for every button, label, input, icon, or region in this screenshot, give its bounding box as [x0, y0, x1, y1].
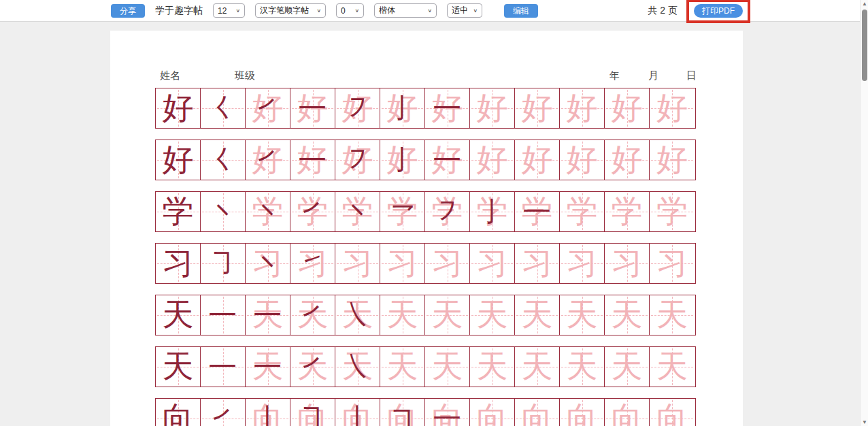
- trace-character: 习: [560, 244, 604, 283]
- scroll-down-icon[interactable]: ▼: [861, 419, 868, 425]
- grid-cell: 天㇏: [335, 295, 380, 335]
- trace-character: 天: [605, 347, 649, 387]
- grid-cell: 天㇐: [246, 347, 290, 387]
- grid-cell: 天㇏: [335, 347, 380, 387]
- grid-cell: 好: [560, 88, 605, 128]
- grid-cell: 天: [515, 347, 560, 387]
- current-stroke: ㇇: [425, 192, 469, 231]
- grid-cell: 天: [470, 347, 515, 387]
- trace-character: 好: [560, 88, 604, 128]
- grid-cell: ㇐: [201, 295, 246, 335]
- trace-character: 天: [650, 295, 695, 335]
- current-stroke: ㇒: [246, 88, 290, 128]
- current-stroke: ㇒: [201, 399, 245, 426]
- grid-cell: 天: [470, 295, 515, 335]
- chevron-down-icon: ∨: [427, 8, 432, 14]
- trace-character: 习: [425, 244, 469, 283]
- vertical-scrollbar[interactable]: ▲ ▼: [860, 0, 868, 426]
- grid-row: 天㇐天㇐天㇒天㇏天天天天天天天: [155, 346, 696, 387]
- grid-cell: 学㇒: [290, 192, 335, 231]
- print-pdf-button[interactable]: 打印PDF: [694, 4, 743, 18]
- toolbar-right-group: 共 2 页 打印PDF: [648, 4, 743, 18]
- grid-cell: ㇔: [201, 192, 246, 231]
- grid-cell: 向: [470, 399, 515, 426]
- grid-cell: ㇛: [201, 140, 246, 180]
- current-stroke: ㇚: [470, 192, 514, 231]
- current-stroke: ㇒: [290, 192, 335, 231]
- share-button[interactable]: 分享: [111, 4, 145, 18]
- worksheet-page: 姓名 班级 年 月 日 好㇛好㇒好㇐好㇇好㇚好㇐好好好好好好㇛好㇒好㇐好㇇好㇚好…: [110, 31, 743, 426]
- grid-cell: 好㇚: [380, 88, 425, 128]
- trace-character: 习: [470, 244, 514, 283]
- trace-character: 天: [515, 295, 559, 335]
- grid-cell: 学: [650, 192, 695, 231]
- current-stroke: ㇒: [290, 347, 335, 387]
- current-stroke: ㇀: [290, 244, 335, 283]
- grid-cell: ㇆: [201, 244, 246, 283]
- grid-cell: 好㇚: [380, 140, 425, 180]
- grid-cell: 习: [425, 244, 470, 283]
- font-select[interactable]: 楷体 ∨: [374, 3, 437, 18]
- grid-cell: 天: [515, 295, 560, 335]
- grid-cell: 天: [425, 347, 470, 387]
- grid-cell: 好: [156, 140, 201, 180]
- trace-character: 习: [380, 244, 424, 283]
- grid-cell: 习: [156, 244, 201, 283]
- template-select[interactable]: 汉字笔顺字帖 ∨: [255, 3, 326, 18]
- trace-character: 习: [335, 244, 380, 283]
- grid-cell: 学㇔: [246, 192, 290, 231]
- trace-character: 天: [425, 295, 469, 335]
- grid-cell: 向㇑: [246, 399, 290, 426]
- edit-button[interactable]: 编辑: [504, 4, 538, 18]
- current-stroke: ㇆: [201, 244, 245, 283]
- grid-cell: 天: [380, 295, 425, 335]
- grid-cell: 习: [515, 244, 560, 283]
- grid-cell: 学㇖: [380, 192, 425, 231]
- model-character: 好: [156, 88, 200, 128]
- page-count-label: 共 2 页: [648, 5, 678, 17]
- trace-character: 学: [560, 192, 604, 231]
- month-label: 月: [648, 69, 658, 82]
- font-size-select[interactable]: 12 ∨: [213, 3, 245, 18]
- trace-character: 天: [470, 347, 514, 387]
- trace-character: 向: [650, 399, 695, 426]
- density-select[interactable]: 适中 ∨: [447, 3, 482, 18]
- grid-cell: 好㇐: [425, 140, 470, 180]
- grid-cell: 学㇚: [470, 192, 515, 231]
- grid-cell: 天: [425, 295, 470, 335]
- grid-cell: ㇒: [201, 399, 246, 426]
- trace-character: 好: [470, 88, 514, 128]
- template-value: 汉字笔顺字帖: [260, 5, 309, 16]
- current-stroke: ㇆: [290, 399, 335, 426]
- current-stroke: ㇐: [425, 399, 469, 426]
- day-label: 日: [686, 69, 697, 82]
- grid-cell: 好: [650, 140, 695, 180]
- current-stroke: ㇇: [335, 88, 380, 128]
- trace-character: 向: [605, 399, 649, 426]
- grid-cell: 向㇑: [335, 399, 380, 426]
- scroll-up-icon[interactable]: ▲: [861, 1, 868, 7]
- scrollbar-thumb[interactable]: [862, 10, 867, 81]
- grid-cell: 习: [335, 244, 380, 283]
- current-stroke: ㇔: [246, 244, 290, 283]
- grid-cell: 天: [605, 347, 650, 387]
- grid-cell: 天: [380, 347, 425, 387]
- trace-character: 好: [515, 140, 559, 180]
- grid-cell: 天: [156, 347, 201, 387]
- current-stroke: ㇚: [380, 88, 424, 128]
- current-stroke: ㇑: [246, 399, 290, 426]
- current-stroke: ㇇: [335, 140, 380, 180]
- trace-character: 好: [650, 88, 695, 128]
- model-character: 向: [156, 399, 200, 426]
- chevron-down-icon: ∨: [316, 8, 321, 14]
- grid-row: 好㇛好㇒好㇐好㇇好㇚好㇐好好好好好: [155, 140, 696, 180]
- trace-character: 习: [650, 244, 695, 283]
- year-label: 年: [610, 69, 620, 82]
- trace-character: 天: [380, 295, 424, 335]
- toolbar-left-group: 分享 学于趣字帖 12 ∨ 汉字笔顺字帖 ∨ 0 ∨ 楷体 ∨ 适中 ∨ 编辑: [111, 3, 538, 18]
- spacing-value: 0: [341, 6, 346, 16]
- spacing-select[interactable]: 0 ∨: [336, 3, 364, 18]
- current-stroke: ㇒: [246, 140, 290, 180]
- current-stroke: ㇒: [290, 295, 335, 335]
- grid-cell: 习: [380, 244, 425, 283]
